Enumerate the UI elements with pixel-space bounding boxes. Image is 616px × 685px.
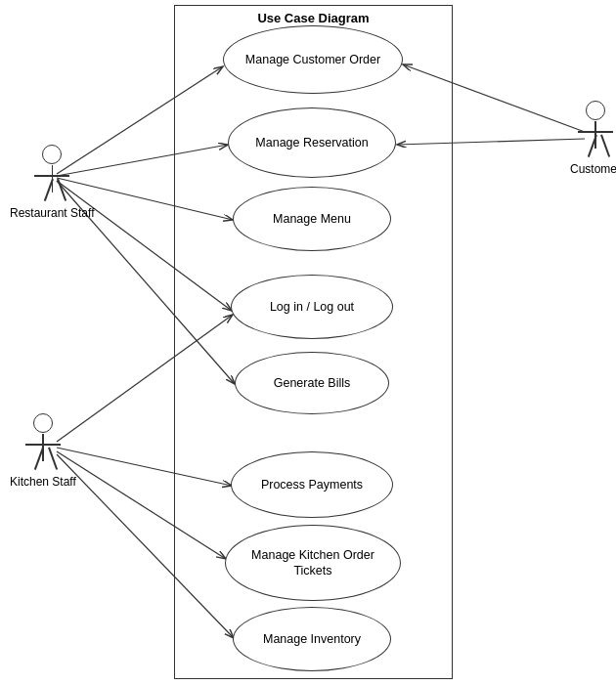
actor-kitchen-staff-leg-right bbox=[48, 447, 58, 469]
actor-customer-leg-left bbox=[587, 134, 596, 156]
actor-kitchen-staff-legs bbox=[36, 450, 49, 471]
actor-customer-leg-right bbox=[600, 134, 610, 156]
actor-restaurant-staff-arms bbox=[34, 175, 69, 177]
actor-kitchen-staff-arms bbox=[25, 444, 61, 446]
usecase-generate-bills: Generate Bills bbox=[235, 352, 389, 414]
actor-restaurant-staff-leg-right bbox=[57, 178, 66, 200]
usecase-process-payments: Process Payments bbox=[231, 451, 393, 518]
actor-kitchen-staff-label: Kitchen Staff bbox=[10, 475, 76, 489]
usecase-manage-reservation: Manage Reservation bbox=[228, 107, 396, 178]
actor-restaurant-staff-leg-left bbox=[44, 178, 54, 200]
actor-restaurant-staff-legs bbox=[46, 181, 59, 202]
actor-restaurant-staff-head bbox=[42, 145, 62, 164]
usecase-manage-customer-order: Manage Customer Order bbox=[223, 25, 403, 94]
diagram-title: Use Case Diagram bbox=[174, 5, 453, 25]
actor-customer-head bbox=[586, 101, 605, 120]
actor-kitchen-staff-leg-left bbox=[34, 447, 44, 469]
diagram-container: Use Case Diagram bbox=[0, 0, 616, 685]
usecase-manage-kitchen-order-tickets: Manage Kitchen Order Tickets bbox=[225, 525, 401, 601]
actor-customer-legs bbox=[590, 137, 602, 158]
actor-restaurant-staff: Restaurant Staff bbox=[10, 145, 95, 220]
actor-kitchen-staff-head bbox=[33, 413, 53, 433]
usecase-manage-menu: Manage Menu bbox=[233, 187, 391, 251]
actor-kitchen-staff: Kitchen Staff bbox=[10, 413, 76, 489]
actor-restaurant-staff-label: Restaurant Staff bbox=[10, 206, 95, 220]
actor-customer: Customer bbox=[570, 101, 616, 176]
actor-customer-label: Customer bbox=[570, 162, 616, 176]
usecase-log-in-log-out: Log in / Log out bbox=[231, 275, 393, 339]
actor-customer-arms bbox=[578, 131, 613, 133]
usecase-manage-inventory: Manage Inventory bbox=[233, 607, 391, 671]
